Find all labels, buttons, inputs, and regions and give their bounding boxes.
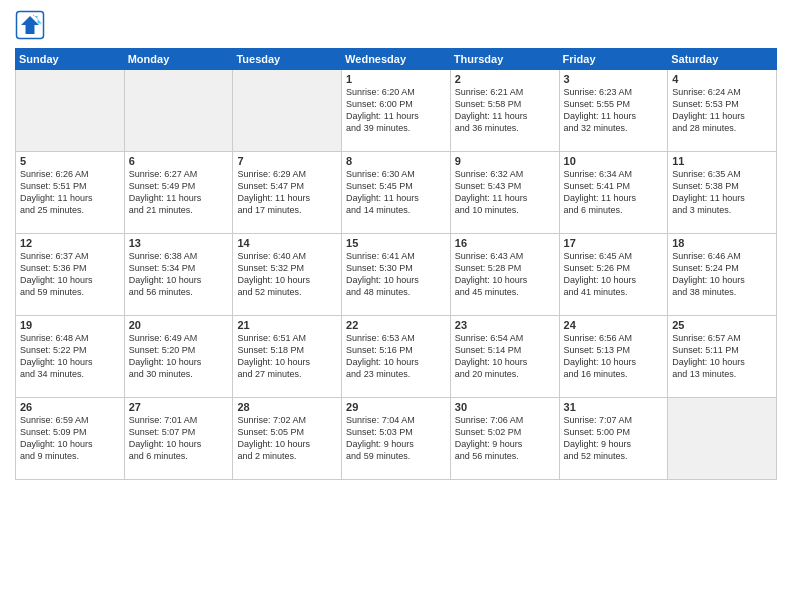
day-number: 26 xyxy=(20,401,120,413)
week-row-5: 26Sunrise: 6:59 AM Sunset: 5:09 PM Dayli… xyxy=(16,398,777,480)
day-cell: 4Sunrise: 6:24 AM Sunset: 5:53 PM Daylig… xyxy=(668,70,777,152)
day-number: 23 xyxy=(455,319,555,331)
weekday-header-tuesday: Tuesday xyxy=(233,49,342,70)
day-info: Sunrise: 7:04 AM Sunset: 5:03 PM Dayligh… xyxy=(346,414,446,463)
day-number: 30 xyxy=(455,401,555,413)
day-number: 14 xyxy=(237,237,337,249)
day-cell xyxy=(668,398,777,480)
day-info: Sunrise: 6:27 AM Sunset: 5:49 PM Dayligh… xyxy=(129,168,229,217)
day-cell: 28Sunrise: 7:02 AM Sunset: 5:05 PM Dayli… xyxy=(233,398,342,480)
day-cell: 11Sunrise: 6:35 AM Sunset: 5:38 PM Dayli… xyxy=(668,152,777,234)
day-cell: 13Sunrise: 6:38 AM Sunset: 5:34 PM Dayli… xyxy=(124,234,233,316)
day-number: 17 xyxy=(564,237,664,249)
day-number: 11 xyxy=(672,155,772,167)
day-cell: 26Sunrise: 6:59 AM Sunset: 5:09 PM Dayli… xyxy=(16,398,125,480)
day-cell: 12Sunrise: 6:37 AM Sunset: 5:36 PM Dayli… xyxy=(16,234,125,316)
day-number: 19 xyxy=(20,319,120,331)
day-number: 1 xyxy=(346,73,446,85)
day-number: 29 xyxy=(346,401,446,413)
day-info: Sunrise: 6:54 AM Sunset: 5:14 PM Dayligh… xyxy=(455,332,555,381)
day-number: 13 xyxy=(129,237,229,249)
day-cell: 21Sunrise: 6:51 AM Sunset: 5:18 PM Dayli… xyxy=(233,316,342,398)
day-info: Sunrise: 6:57 AM Sunset: 5:11 PM Dayligh… xyxy=(672,332,772,381)
day-cell: 23Sunrise: 6:54 AM Sunset: 5:14 PM Dayli… xyxy=(450,316,559,398)
day-number: 31 xyxy=(564,401,664,413)
day-number: 3 xyxy=(564,73,664,85)
day-number: 10 xyxy=(564,155,664,167)
day-cell: 31Sunrise: 7:07 AM Sunset: 5:00 PM Dayli… xyxy=(559,398,668,480)
week-row-1: 1Sunrise: 6:20 AM Sunset: 6:00 PM Daylig… xyxy=(16,70,777,152)
day-cell: 14Sunrise: 6:40 AM Sunset: 5:32 PM Dayli… xyxy=(233,234,342,316)
day-info: Sunrise: 7:07 AM Sunset: 5:00 PM Dayligh… xyxy=(564,414,664,463)
day-number: 27 xyxy=(129,401,229,413)
day-number: 21 xyxy=(237,319,337,331)
day-cell: 8Sunrise: 6:30 AM Sunset: 5:45 PM Daylig… xyxy=(342,152,451,234)
day-cell: 17Sunrise: 6:45 AM Sunset: 5:26 PM Dayli… xyxy=(559,234,668,316)
day-info: Sunrise: 6:41 AM Sunset: 5:30 PM Dayligh… xyxy=(346,250,446,299)
day-cell: 27Sunrise: 7:01 AM Sunset: 5:07 PM Dayli… xyxy=(124,398,233,480)
week-row-2: 5Sunrise: 6:26 AM Sunset: 5:51 PM Daylig… xyxy=(16,152,777,234)
day-info: Sunrise: 7:01 AM Sunset: 5:07 PM Dayligh… xyxy=(129,414,229,463)
day-cell: 22Sunrise: 6:53 AM Sunset: 5:16 PM Dayli… xyxy=(342,316,451,398)
day-info: Sunrise: 6:46 AM Sunset: 5:24 PM Dayligh… xyxy=(672,250,772,299)
day-number: 5 xyxy=(20,155,120,167)
day-info: Sunrise: 6:56 AM Sunset: 5:13 PM Dayligh… xyxy=(564,332,664,381)
calendar: SundayMondayTuesdayWednesdayThursdayFrid… xyxy=(15,48,777,480)
weekday-header-wednesday: Wednesday xyxy=(342,49,451,70)
header xyxy=(15,10,777,40)
day-cell: 5Sunrise: 6:26 AM Sunset: 5:51 PM Daylig… xyxy=(16,152,125,234)
day-cell: 30Sunrise: 7:06 AM Sunset: 5:02 PM Dayli… xyxy=(450,398,559,480)
day-info: Sunrise: 6:43 AM Sunset: 5:28 PM Dayligh… xyxy=(455,250,555,299)
day-number: 7 xyxy=(237,155,337,167)
weekday-header-monday: Monday xyxy=(124,49,233,70)
day-number: 20 xyxy=(129,319,229,331)
day-info: Sunrise: 6:48 AM Sunset: 5:22 PM Dayligh… xyxy=(20,332,120,381)
logo-icon xyxy=(15,10,45,40)
day-number: 9 xyxy=(455,155,555,167)
day-number: 24 xyxy=(564,319,664,331)
day-cell: 16Sunrise: 6:43 AM Sunset: 5:28 PM Dayli… xyxy=(450,234,559,316)
day-info: Sunrise: 6:34 AM Sunset: 5:41 PM Dayligh… xyxy=(564,168,664,217)
day-cell xyxy=(233,70,342,152)
day-number: 4 xyxy=(672,73,772,85)
day-info: Sunrise: 6:53 AM Sunset: 5:16 PM Dayligh… xyxy=(346,332,446,381)
day-cell: 19Sunrise: 6:48 AM Sunset: 5:22 PM Dayli… xyxy=(16,316,125,398)
day-cell xyxy=(16,70,125,152)
day-info: Sunrise: 6:30 AM Sunset: 5:45 PM Dayligh… xyxy=(346,168,446,217)
day-info: Sunrise: 7:02 AM Sunset: 5:05 PM Dayligh… xyxy=(237,414,337,463)
weekday-header-saturday: Saturday xyxy=(668,49,777,70)
day-info: Sunrise: 6:40 AM Sunset: 5:32 PM Dayligh… xyxy=(237,250,337,299)
day-cell: 24Sunrise: 6:56 AM Sunset: 5:13 PM Dayli… xyxy=(559,316,668,398)
day-info: Sunrise: 6:24 AM Sunset: 5:53 PM Dayligh… xyxy=(672,86,772,135)
day-number: 2 xyxy=(455,73,555,85)
day-info: Sunrise: 7:06 AM Sunset: 5:02 PM Dayligh… xyxy=(455,414,555,463)
day-cell: 1Sunrise: 6:20 AM Sunset: 6:00 PM Daylig… xyxy=(342,70,451,152)
weekday-header-thursday: Thursday xyxy=(450,49,559,70)
weekday-header-row: SundayMondayTuesdayWednesdayThursdayFrid… xyxy=(16,49,777,70)
day-number: 16 xyxy=(455,237,555,249)
day-info: Sunrise: 6:59 AM Sunset: 5:09 PM Dayligh… xyxy=(20,414,120,463)
day-cell: 18Sunrise: 6:46 AM Sunset: 5:24 PM Dayli… xyxy=(668,234,777,316)
day-number: 15 xyxy=(346,237,446,249)
day-cell: 15Sunrise: 6:41 AM Sunset: 5:30 PM Dayli… xyxy=(342,234,451,316)
day-cell: 10Sunrise: 6:34 AM Sunset: 5:41 PM Dayli… xyxy=(559,152,668,234)
week-row-4: 19Sunrise: 6:48 AM Sunset: 5:22 PM Dayli… xyxy=(16,316,777,398)
day-info: Sunrise: 6:45 AM Sunset: 5:26 PM Dayligh… xyxy=(564,250,664,299)
day-cell: 25Sunrise: 6:57 AM Sunset: 5:11 PM Dayli… xyxy=(668,316,777,398)
logo xyxy=(15,10,49,40)
day-cell: 7Sunrise: 6:29 AM Sunset: 5:47 PM Daylig… xyxy=(233,152,342,234)
day-number: 25 xyxy=(672,319,772,331)
day-info: Sunrise: 6:29 AM Sunset: 5:47 PM Dayligh… xyxy=(237,168,337,217)
day-number: 18 xyxy=(672,237,772,249)
day-info: Sunrise: 6:20 AM Sunset: 6:00 PM Dayligh… xyxy=(346,86,446,135)
day-info: Sunrise: 6:37 AM Sunset: 5:36 PM Dayligh… xyxy=(20,250,120,299)
week-row-3: 12Sunrise: 6:37 AM Sunset: 5:36 PM Dayli… xyxy=(16,234,777,316)
day-number: 28 xyxy=(237,401,337,413)
day-cell: 2Sunrise: 6:21 AM Sunset: 5:58 PM Daylig… xyxy=(450,70,559,152)
weekday-header-friday: Friday xyxy=(559,49,668,70)
day-number: 22 xyxy=(346,319,446,331)
day-number: 8 xyxy=(346,155,446,167)
day-number: 12 xyxy=(20,237,120,249)
day-cell: 6Sunrise: 6:27 AM Sunset: 5:49 PM Daylig… xyxy=(124,152,233,234)
day-info: Sunrise: 6:26 AM Sunset: 5:51 PM Dayligh… xyxy=(20,168,120,217)
